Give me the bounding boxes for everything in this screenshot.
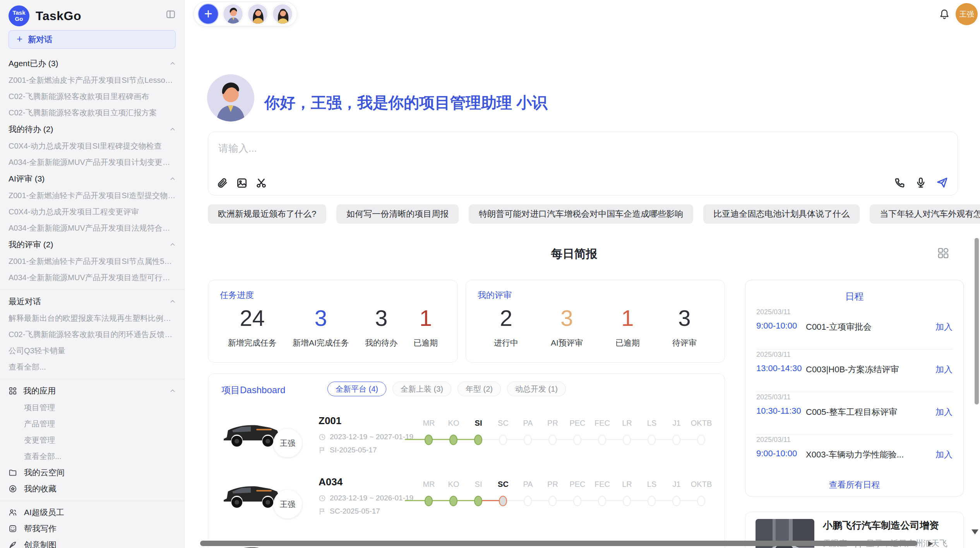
dashboard-filters: 全新平台 (4) 全新上装 (3) 年型 (2) 动总开发 (1)	[327, 382, 566, 396]
agent-switcher: +	[194, 2, 297, 26]
join-link[interactable]: 加入	[935, 406, 953, 418]
section-agent-done[interactable]: Agent已办 (3)	[0, 55, 184, 72]
filter-chip-new-platform[interactable]: 全新平台 (4)	[327, 382, 386, 396]
milestone-dot	[672, 435, 680, 445]
sidebar: Task Go TaskGo + 新对话 Agent已办 (3) Z001-全新…	[0, 0, 185, 548]
milestone-dot	[573, 435, 581, 445]
recent-view-all[interactable]: 查看全部...	[0, 359, 184, 375]
task-item[interactable]: C0X4-动力总成开发项目SI里程碑提交物检查	[0, 138, 184, 154]
dashboard-title: 项目Dashboard	[221, 384, 285, 396]
logo-text-top: Task	[12, 10, 25, 16]
divider	[0, 501, 184, 501]
suggestion-chip[interactable]: 欧洲新规最近颁布了什么?	[208, 204, 326, 224]
stat-review-overdue: 1 已逾期	[615, 304, 640, 348]
task-item[interactable]: A034-全新新能源MUV产品开发项目法规符合性评审	[0, 220, 184, 236]
section-ai-review[interactable]: AI评审 (3)	[0, 170, 184, 187]
clock-icon	[319, 495, 326, 502]
task-item[interactable]: C02-飞腾新能源轻客改款项目立项汇报方案	[0, 104, 184, 121]
task-item[interactable]: Z001-全新燃油轻卡产品开发项目SI节点属性5D文件评审	[0, 253, 184, 269]
schedule-date: 2025/03/11	[756, 308, 953, 316]
vertical-scrollbar[interactable]	[975, 238, 979, 404]
sidebar-item-favorites[interactable]: 我的收藏	[0, 481, 184, 497]
section-my-apps[interactable]: 我的应用	[0, 382, 184, 399]
horizontal-scrollbar[interactable]	[200, 541, 917, 546]
scroll-down-arrow-icon[interactable]	[971, 529, 978, 534]
send-button[interactable]	[936, 176, 948, 189]
apps-view-all[interactable]: 查看全部...	[0, 448, 184, 464]
schedule-date: 2025/03/11	[756, 351, 953, 359]
sidebar-item-ai-staff[interactable]: AI超级员工	[0, 504, 184, 521]
app-item-project-mgmt[interactable]: 项目管理	[0, 399, 184, 416]
join-link[interactable]: 加入	[935, 449, 953, 461]
schedule-date: 2025/03/11	[756, 436, 953, 444]
chevron-up-icon[interactable]	[170, 388, 176, 394]
suggestion-chip[interactable]: 如何写一份清晰的项目周报	[336, 204, 459, 224]
chevron-up-icon[interactable]	[170, 298, 176, 305]
image-icon[interactable]	[236, 177, 248, 189]
sidebar-item-cloud-space[interactable]: 我的云空间	[0, 464, 184, 481]
user-avatar[interactable]: 王强	[956, 3, 978, 25]
recent-chat-item[interactable]: 解释最新出台的欧盟报废车法规再生塑料比例被调至15%...	[0, 310, 184, 326]
flag-icon	[319, 447, 326, 454]
filter-chip-model-year[interactable]: 年型 (2)	[457, 382, 501, 396]
task-item[interactable]: C02-飞腾新能源轻客改款项目里程碑画布	[0, 88, 184, 104]
milestone-dot	[598, 496, 606, 506]
divider	[0, 379, 184, 379]
chevron-up-icon[interactable]	[170, 176, 176, 182]
new-chat-button[interactable]: + 新对话	[9, 30, 176, 49]
task-item[interactable]: Z001-全新燃油皮卡产品开发项目SI节点Lesson Learn报告	[0, 72, 184, 88]
suggestion-chip[interactable]: 比亚迪全固态电池计划具体说了什么	[703, 204, 860, 224]
agent-avatar-2[interactable]	[247, 3, 268, 24]
milestone-dot	[524, 496, 532, 506]
agent-avatar-1[interactable]	[223, 3, 243, 24]
notification-bell-icon[interactable]	[939, 9, 950, 22]
scroll-right-arrow-icon[interactable]	[928, 541, 933, 546]
project-row-z001[interactable]: 王强 Z001 2023-12-19 ~ 2027-01-19 SI-2025-…	[208, 411, 725, 470]
schedule-time: 13:00-14:30	[756, 363, 802, 373]
app-item-product-mgmt[interactable]: 产品管理	[0, 416, 184, 432]
chevron-up-icon[interactable]	[170, 126, 176, 132]
recent-chat-item[interactable]: C02-飞腾新能源轻客改款项目的闭环通告反馈情况	[0, 326, 184, 342]
chevron-up-icon[interactable]	[170, 241, 176, 248]
milestone-dot	[449, 435, 457, 445]
scissors-icon[interactable]	[255, 177, 267, 189]
chevron-up-icon[interactable]	[170, 60, 176, 67]
join-link[interactable]: 加入	[935, 321, 953, 333]
section-recent-chats[interactable]: 最近对话	[0, 293, 184, 310]
my-review-card: 我的评审 2 进行中 3 AI预评审 1 已逾期 3 待评审	[466, 280, 725, 363]
phone-icon[interactable]	[894, 177, 906, 188]
sidebar-toggle-icon[interactable]	[166, 9, 176, 21]
milestone-dot	[425, 496, 433, 506]
chat-input[interactable]	[218, 140, 799, 156]
project-row-a034[interactable]: 王强 A034 2023-12-19 ~ 2026-01-19 SC-2025-…	[208, 472, 725, 531]
recent-chat-item[interactable]: 公司Q3轻卡销量	[0, 342, 184, 359]
taskgo-app: Task Go TaskGo + 新对话 Agent已办 (3) Z001-全新…	[0, 0, 980, 548]
agent-avatar-3[interactable]	[272, 3, 293, 24]
stat-my-todo: 3 我的待办	[365, 304, 397, 348]
brief-layout-icon[interactable]	[937, 247, 949, 261]
task-item[interactable]: A034-全新新能源MUV产品开发项目计划变更表编写	[0, 154, 184, 170]
section-my-review[interactable]: 我的评审 (2)	[0, 236, 184, 253]
stat-in-progress: 2 进行中	[494, 304, 518, 348]
filter-chip-powertrain[interactable]: 动总开发 (1)	[507, 382, 566, 396]
add-agent-button[interactable]: +	[198, 3, 219, 24]
join-link[interactable]: 加入	[935, 364, 953, 375]
task-item[interactable]: Z001-全新燃油轻卡产品开发项目SI造型提交物评审	[0, 187, 184, 204]
task-item[interactable]: C0X4-动力总成开发项目工程变更评审	[0, 204, 184, 220]
filter-chip-new-body[interactable]: 全新上装 (3)	[392, 382, 451, 396]
schedule-item: 2025/03/11 9:00-10:00 C001-立项审批会 加入	[756, 308, 953, 347]
folder-icon	[9, 468, 18, 477]
mic-icon[interactable]	[915, 177, 927, 188]
milestone-dot	[623, 435, 631, 445]
view-all-schedule-link[interactable]: 查看所有日程	[745, 479, 963, 491]
sidebar-item-help-write[interactable]: 帮我写作	[0, 521, 184, 537]
app-item-change-mgmt[interactable]: 变更管理	[0, 432, 184, 448]
flag-icon	[319, 508, 326, 515]
suggestion-chip[interactable]: 当下年轻人对汽车外观有怎样的喜好趋势	[870, 204, 980, 224]
milestone-dot	[425, 435, 433, 445]
paperclip-icon[interactable]	[217, 177, 228, 189]
suggestion-chip[interactable]: 特朗普可能对进口汽车增税会对中国车企造成哪些影响	[469, 204, 693, 224]
section-my-todo[interactable]: 我的待办 (2)	[0, 121, 184, 138]
sidebar-item-creative-draw[interactable]: 创意制图	[0, 537, 184, 548]
task-item[interactable]: A034-全新新能源MUV产品开发项目造型可行性评审	[0, 269, 184, 286]
